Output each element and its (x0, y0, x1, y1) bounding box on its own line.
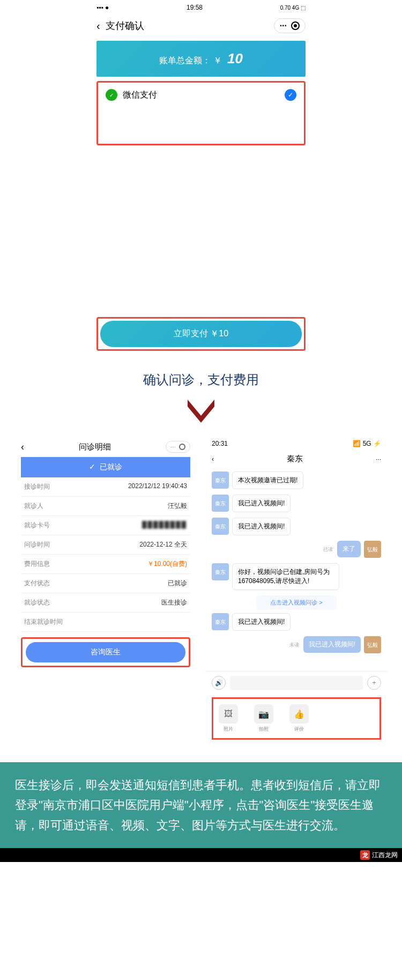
detail-list: 接诊时间 2022/12/12 19:40:43 就诊人 汪弘毅 就诊卡号 ██… (21, 477, 190, 632)
row-accept-time: 接诊时间 2022/12/12 19:40:43 (21, 477, 190, 497)
avatar[interactable]: 秦东 (212, 471, 229, 489)
miniapp-actions[interactable]: ··· (166, 441, 190, 453)
payment-confirm-screen: ▪▪▪ ● 19:58 0.70 4G ⬚ ‹ 支付确认 ··· 账单总金额： … (89, 0, 313, 351)
拍照-icon: 📷 (254, 704, 273, 724)
tool-label: 照片 (224, 726, 233, 733)
avatar[interactable]: 秦东 (212, 518, 229, 535)
step-caption: 确认问诊，支付费用 (0, 358, 402, 397)
message-bubble: 我已进入视频间! (232, 495, 291, 512)
close-target-icon[interactable] (291, 21, 300, 30)
more-icon[interactable]: ··· (170, 443, 176, 451)
watermark-logo-icon: 龙 (360, 850, 370, 860)
avatar[interactable]: 弘毅 (364, 541, 381, 558)
wechat-pay-option[interactable]: ✓ 微信支付 ✓ (98, 83, 304, 107)
amount-label: 账单总金额： (159, 56, 211, 65)
amount-value: 10 (227, 50, 243, 67)
video-link[interactable]: 点击进入视频问诊 > (256, 595, 337, 610)
row-end-time: 结束就诊时间 (21, 613, 190, 632)
chat-status-bar: 20:31 📶 5G ⚡ (205, 437, 388, 451)
chat-tools-highlight: 🖼照片📷拍照👍评价 (212, 697, 381, 740)
row-patient: 就诊人 汪弘毅 (21, 497, 190, 516)
chat-tool-照片[interactable]: 🖼照片 (219, 704, 238, 733)
message-bubble: 你好，视频问诊已创建,房间号为1670848095,请尽快进入! (232, 563, 339, 590)
wechat-pay-label: 微信支付 (123, 90, 279, 101)
row-consult-time: 问诊时间 2022-12-12 全天 (21, 535, 190, 555)
avatar[interactable]: 秦东 (212, 563, 229, 580)
chat-contact-name: 秦东 (214, 454, 376, 464)
tool-label: 评价 (294, 726, 304, 733)
message-bubble: 我已进入视频间! (303, 636, 361, 653)
amount-banner: 账单总金额： ￥ 10 (96, 41, 306, 77)
detail-nav: ‹ 问诊明细 ··· (14, 437, 197, 457)
chat-screen: 20:31 📶 5G ⚡ ‹ 秦东 ··· 秦东本次视频邀请已过期!秦东我已进入… (205, 437, 388, 746)
avatar[interactable]: 秦东 (212, 613, 229, 630)
chat-tool-拍照[interactable]: 📷拍照 (254, 704, 273, 733)
more-icon[interactable]: ··· (280, 21, 287, 31)
detail-title: 问诊明细 (79, 442, 111, 452)
message-row: 秦东你好，视频问诊已创建,房间号为1670848095,请尽快进入! (212, 563, 381, 590)
nav-bar: ‹ 支付确认 ··· (89, 15, 313, 36)
consult-doctor-button[interactable]: 咨询医生 (26, 642, 185, 662)
message-row: 未读我已进入视频间!弘毅 (212, 636, 381, 653)
back-icon[interactable]: ‹ (21, 441, 24, 453)
message-row: 已读来了弘毅 (212, 541, 381, 558)
avatar[interactable]: 弘毅 (364, 636, 381, 653)
plus-icon[interactable]: + (367, 676, 381, 690)
chat-signal: 📶 5G ⚡ (353, 440, 381, 447)
more-icon[interactable]: ··· (376, 455, 381, 463)
row-card: 就诊卡号 ████████ (21, 516, 190, 535)
message-bubble: 我已进入视频间! (232, 518, 291, 535)
amount-currency: ￥ (213, 56, 222, 65)
watermark-text: 江西龙网 (372, 851, 398, 860)
chat-body[interactable]: 秦东本次视频邀请已过期!秦东我已进入视频间!秦东我已进入视频间!已读来了弘毅秦东… (205, 467, 388, 671)
visit-status-banner: ✓ 已就诊 (21, 457, 190, 477)
status-bar: ▪▪▪ ● 19:58 0.70 4G ⬚ (89, 0, 313, 15)
pay-button-highlight: 立即支付 ￥10 (96, 317, 306, 351)
chat-text-input[interactable] (230, 676, 363, 690)
row-pay-status: 支付状态 已就诊 (21, 574, 190, 593)
selected-check-icon: ✓ (285, 89, 296, 101)
chat-input-bar: 🔊 + (205, 671, 388, 694)
chat-tool-评价[interactable]: 👍评价 (289, 704, 309, 733)
arrow-down-icon (0, 397, 402, 426)
pay-now-button[interactable]: 立即支付 ￥10 (100, 321, 302, 347)
voice-icon[interactable]: 🔊 (212, 676, 226, 690)
message-row: 秦东本次视频邀请已过期! (212, 471, 381, 489)
chat-time: 20:31 (212, 440, 228, 447)
consult-button-highlight: 咨询医生 (21, 637, 190, 667)
read-status: 已读 (323, 546, 333, 553)
message-row: 秦东我已进入视频间! (212, 613, 381, 631)
评价-icon: 👍 (289, 704, 309, 724)
back-icon[interactable]: ‹ (96, 20, 100, 32)
message-bubble: 我已进入视频间! (232, 613, 291, 631)
status-left-icons: ▪▪▪ ● (96, 4, 109, 11)
read-status: 未读 (289, 642, 299, 649)
check-icon: ✓ (89, 462, 95, 471)
message-row: 秦东我已进入视频间! (212, 495, 381, 512)
wechat-icon: ✓ (106, 89, 117, 101)
screens-row: ‹ 问诊明细 ··· ✓ 已就诊 接诊时间 2022/12/12 19:40:4… (0, 437, 402, 746)
message-row: 秦东我已进入视频间! (212, 518, 381, 535)
chat-nav: ‹ 秦东 ··· (205, 451, 388, 467)
payment-options: ✓ 微信支付 ✓ (96, 81, 306, 145)
close-target-icon[interactable] (179, 444, 185, 450)
tool-label: 拍照 (259, 726, 269, 733)
message-bubble: 来了 (337, 541, 361, 557)
status-right: 0.70 4G ⬚ (280, 5, 306, 11)
miniapp-actions[interactable]: ··· (274, 18, 306, 33)
miniapp-actions[interactable]: ··· (376, 455, 381, 463)
status-time: 19:58 (187, 4, 203, 11)
page-title: 支付确认 (106, 19, 144, 32)
照片-icon: 🖼 (219, 704, 238, 724)
instruction-panel: 医生接诊后，即会发送通知短信到患者手机。患者收到短信后，请立即登录"南京市浦口区… (0, 762, 402, 848)
consult-detail-screen: ‹ 问诊明细 ··· ✓ 已就诊 接诊时间 2022/12/12 19:40:4… (14, 437, 197, 746)
visit-status-text: 已就诊 (100, 462, 122, 471)
row-fee: 费用信息 ￥10.00(自费) (21, 555, 190, 574)
avatar[interactable]: 秦东 (212, 495, 229, 512)
watermark: 龙 江西龙网 (0, 848, 402, 862)
message-bubble: 本次视频邀请已过期! (232, 471, 303, 489)
row-visit-status: 就诊状态 医生接诊 (21, 593, 190, 613)
